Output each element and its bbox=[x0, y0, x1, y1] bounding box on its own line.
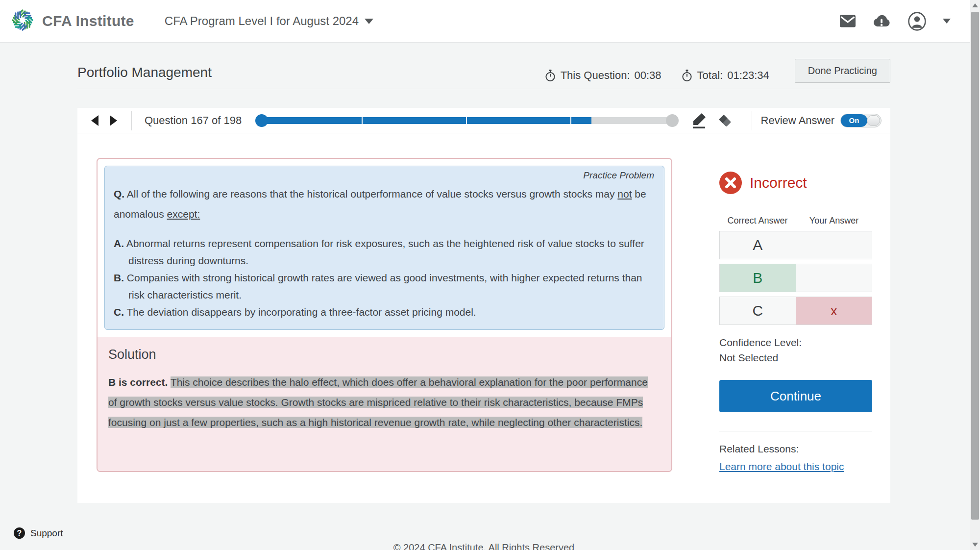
cloud-alert-icon[interactable] bbox=[872, 14, 891, 28]
option-c: C. The deviation disappears by incorpora… bbox=[114, 303, 654, 321]
highlighter-icon bbox=[691, 112, 708, 129]
account-menu-chevron-icon[interactable] bbox=[943, 19, 951, 24]
support-button[interactable]: ? Support bbox=[14, 527, 63, 539]
total-timer: Total: 01:23:34 bbox=[681, 69, 769, 82]
practice-problem-tag: Practice Problem bbox=[114, 170, 654, 181]
answer-comparison-table: Correct Answer Your Answer A B C x bbox=[719, 216, 872, 325]
stopwatch-icon bbox=[544, 69, 556, 82]
question-counter: Question 167 of 198 bbox=[145, 114, 242, 127]
question-container: Practice Problem Q. All of the following… bbox=[97, 158, 672, 472]
confidence-label: Confidence Level: bbox=[719, 335, 872, 350]
progress-slider[interactable] bbox=[257, 117, 675, 124]
arrow-down-icon bbox=[972, 543, 978, 547]
total-timer-value: 01:23:34 bbox=[727, 69, 769, 82]
account-icon[interactable] bbox=[907, 11, 927, 31]
scrollbar-thumb[interactable] bbox=[971, 12, 979, 520]
total-timer-label: Total: bbox=[697, 69, 723, 82]
incorrect-icon bbox=[719, 172, 742, 194]
review-answer-toggle[interactable]: On bbox=[840, 114, 882, 127]
learn-more-link[interactable]: Learn more about this topic bbox=[719, 461, 844, 473]
review-answer-label: Review Answer bbox=[761, 114, 834, 127]
vertical-scrollbar[interactable] bbox=[970, 0, 980, 550]
arrow-left-icon bbox=[91, 115, 98, 126]
progress-fill bbox=[257, 117, 591, 124]
solution-heading: Solution bbox=[108, 347, 661, 362]
confidence-value: Not Selected bbox=[719, 350, 872, 365]
related-lessons-label: Related Lessons: bbox=[719, 443, 872, 455]
result-panel: Incorrect Correct Answer Your Answer A B… bbox=[719, 172, 872, 473]
progress-segment-divider bbox=[466, 117, 467, 124]
top-header: CFA Institute CFA Program Level I for Au… bbox=[0, 0, 970, 43]
question-timer-label: This Question: bbox=[561, 69, 630, 82]
arrow-up-icon bbox=[972, 3, 978, 7]
brand-name: CFA Institute bbox=[42, 13, 134, 29]
done-practicing-button[interactable]: Done Practicing bbox=[795, 59, 890, 83]
previous-question-button[interactable] bbox=[85, 112, 104, 129]
chevron-down-icon bbox=[365, 19, 373, 24]
answer-options: A. Abnormal returns represent compensati… bbox=[114, 235, 654, 321]
program-selector-label: CFA Program Level I for August 2024 bbox=[165, 14, 359, 28]
progress-segment-divider bbox=[362, 117, 363, 124]
table-row-a: A bbox=[719, 231, 872, 259]
table-row-b: B bbox=[719, 264, 872, 292]
cfa-brand[interactable]: CFA Institute bbox=[9, 6, 134, 36]
option-a: A. Abnormal returns represent compensati… bbox=[114, 235, 654, 269]
correct-answer-header: Correct Answer bbox=[719, 216, 796, 226]
option-b: B. Companies with strong historical grow… bbox=[114, 269, 654, 303]
continue-button[interactable]: Continue bbox=[719, 380, 872, 412]
eraser-button[interactable] bbox=[717, 113, 733, 128]
page-title: Portfolio Management bbox=[77, 65, 212, 80]
stopwatch-icon bbox=[681, 69, 693, 82]
app-page: CFA Institute CFA Program Level I for Au… bbox=[0, 0, 980, 550]
correct-cell-a: A bbox=[720, 231, 796, 259]
divider bbox=[752, 111, 752, 130]
correct-cell-b: B bbox=[720, 264, 796, 292]
question-prefix: Q. bbox=[114, 188, 124, 200]
your-cell-a bbox=[796, 231, 872, 259]
question-box: Practice Problem Q. All of the following… bbox=[104, 166, 664, 330]
your-cell-b bbox=[796, 264, 872, 292]
toggle-state-label: On bbox=[841, 114, 867, 127]
question-timer: This Question: 00:38 bbox=[544, 69, 662, 82]
confidence-level: Confidence Level: Not Selected bbox=[719, 335, 872, 365]
question-nav-bar: Question 167 of 198 Review Answer bbox=[77, 108, 890, 133]
eraser-icon bbox=[717, 113, 733, 128]
toggle-knob bbox=[867, 115, 880, 126]
solution-verdict: B is correct. bbox=[108, 376, 168, 388]
your-cell-c: x bbox=[796, 297, 872, 325]
program-selector[interactable]: CFA Program Level I for August 2024 bbox=[165, 14, 373, 28]
main-content: Practice Problem Q. All of the following… bbox=[77, 133, 890, 503]
progress-end-knob[interactable] bbox=[666, 114, 679, 127]
solution-panel: Solution B is correct. This choice descr… bbox=[98, 337, 671, 471]
table-row-c: C x bbox=[719, 297, 872, 325]
correct-cell-c: C bbox=[720, 297, 796, 325]
question-timer-value: 00:38 bbox=[635, 69, 662, 82]
status-label: Incorrect bbox=[750, 175, 807, 191]
copyright-text: © 2024 CFA Institute. All Rights Reserve… bbox=[77, 542, 890, 550]
result-status: Incorrect bbox=[719, 172, 872, 194]
solution-highlighted-text: This choice describes the halo effect, w… bbox=[108, 376, 648, 428]
divider bbox=[131, 111, 132, 130]
scroll-up-button[interactable] bbox=[970, 0, 980, 11]
arrow-right-icon bbox=[110, 115, 117, 126]
solution-text: B is correct. This choice describes the … bbox=[108, 372, 650, 432]
title-divider bbox=[77, 89, 890, 89]
question-text: Q. All of the following are reasons that… bbox=[114, 184, 654, 224]
scroll-down-button[interactable] bbox=[970, 539, 980, 550]
progress-segment-divider bbox=[570, 117, 571, 124]
highlighter-button[interactable] bbox=[691, 112, 708, 129]
toolbar: Portfolio Management This Question: 00:3… bbox=[77, 56, 890, 89]
envelope-icon[interactable] bbox=[839, 14, 856, 28]
support-label: Support bbox=[30, 528, 63, 539]
question-mark-icon: ? bbox=[14, 527, 25, 539]
your-answer-header: Your Answer bbox=[796, 216, 872, 226]
progress-start-knob bbox=[255, 114, 268, 127]
cfa-logo-icon bbox=[9, 6, 36, 36]
divider bbox=[719, 431, 872, 431]
next-question-button[interactable] bbox=[104, 112, 122, 129]
